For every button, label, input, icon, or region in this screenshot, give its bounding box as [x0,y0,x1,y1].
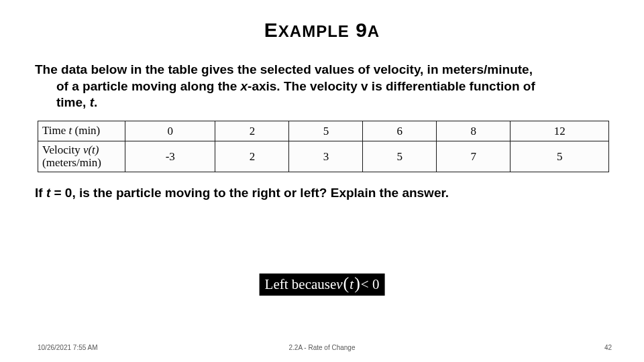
cell-time-4: 8 [437,121,511,141]
answer-arg: t [343,276,360,293]
cell-time-1: 2 [215,121,289,141]
cell-time-3: 6 [363,121,437,141]
prompt-line2: of a particle moving along the x-axis. T… [35,78,612,95]
slide-title: EXAMPLE 9A [32,19,612,42]
slide-footer: 10/26/2021 7:55 AM 2.2A - Rate of Change… [0,344,644,351]
answer-post: < 0 [361,278,380,292]
cell-vel-4: 7 [437,141,511,172]
footer-page-number: 42 [604,344,612,351]
cell-time-2: 5 [289,121,363,141]
footer-topic: 2.2A - Rate of Change [289,344,356,351]
answer-pre: Left because [265,278,337,292]
slide: EXAMPLE 9A The data below in the table g… [0,0,644,362]
answer-box: Left because v t < 0 [260,274,385,296]
prompt-line3: time, t. [35,95,612,111]
cell-vel-0: -3 [125,141,215,172]
cell-time-0: 0 [125,121,215,141]
row-label-velocity: Velocity v(t) (meters/min) [38,141,125,172]
footer-date: 10/26/2021 7:55 AM [38,344,98,351]
answer-fn: v [336,278,342,292]
cell-vel-3: 5 [363,141,437,172]
cell-vel-2: 3 [289,141,363,172]
cell-time-5: 12 [511,121,609,141]
table-row-time: Time t (min) 0 2 5 6 8 12 [38,121,609,141]
prompt-line1: The data below in the table gives the se… [35,62,533,76]
data-table: Time t (min) 0 2 5 6 8 12 Velocity v(t) … [38,121,609,172]
prompt-text: The data below in the table gives the se… [32,62,612,111]
cell-vel-5: 5 [511,141,609,172]
cell-vel-1: 2 [215,141,289,172]
question-text: If t = 0, is the particle moving to the … [32,186,612,200]
data-table-wrap: Time t (min) 0 2 5 6 8 12 Velocity v(t) … [32,121,612,172]
row-label-time: Time t (min) [38,121,125,141]
table-row-velocity: Velocity v(t) (meters/min) -3 2 3 5 7 5 [38,141,609,172]
